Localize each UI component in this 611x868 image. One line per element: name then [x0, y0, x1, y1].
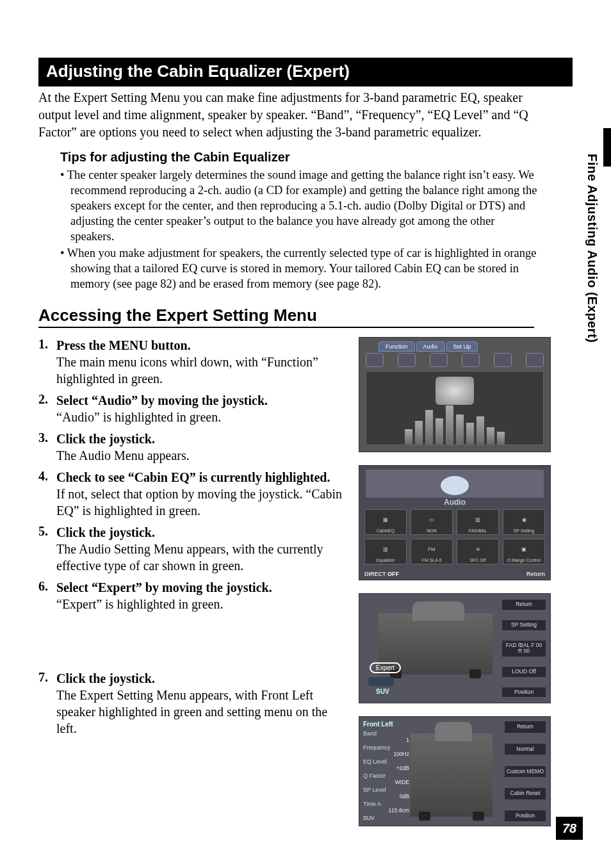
step-number: 7. — [38, 670, 56, 737]
setting-label-qfactor: Q Factor — [363, 773, 409, 779]
panel-position: Position — [504, 810, 546, 822]
step-title: Check to see “Cabin EQ” is currently hig… — [56, 469, 346, 486]
audio-cell-sfc: ≋SFC Off — [457, 539, 499, 564]
step-number: 4. — [38, 469, 56, 519]
setting-label-frequency: Frequency — [363, 744, 409, 751]
step-title: Click the joystick. — [56, 430, 346, 447]
tips-heading: Tips for adjusting the Cabin Equalizer — [60, 150, 541, 165]
step-desc: “Expert” is highlighted in green. — [56, 596, 346, 612]
step: 7. Click the joystick. The Expert Settin… — [38, 670, 346, 737]
audio-cell-cabineq: ▦CabinEQ — [364, 509, 407, 535]
step-number: 1. — [38, 337, 56, 387]
tips-item: The center speaker largely determines th… — [60, 167, 541, 244]
intro-paragraph: At the Expert Setting Menu you can make … — [38, 89, 573, 141]
car-type-label: SUV — [376, 688, 389, 695]
side-tab-marker — [603, 128, 611, 167]
menu-icon — [398, 353, 416, 367]
menu-icon — [526, 353, 544, 367]
expert-button-outline: Expert — [370, 662, 401, 673]
step: 1. Press the MENU button. The main menu … — [38, 337, 346, 387]
section-title-bar: Adjusting the Cabin Equalizer (Expert) — [38, 58, 573, 86]
return-label: Return — [526, 571, 545, 577]
step: 6. Select “Expert” by moving the joystic… — [38, 579, 346, 612]
screenshot-main-menu: Function Audio Set Up — [359, 337, 551, 452]
audio-cell-sla: FMFM SLA 0 — [411, 539, 453, 564]
setting-value: +2dB — [363, 765, 409, 771]
step-title: Press the MENU button. — [56, 337, 346, 354]
setting-value: 0dB — [363, 793, 409, 799]
panel-return: Return — [501, 599, 546, 610]
speaker-label: Front Left — [363, 721, 409, 728]
tips-item: When you make adjustment for speakers, t… — [60, 245, 541, 291]
step-title: Select “Expert” by moving the joystick. — [56, 579, 346, 596]
step-desc: The main menu icons whirl down, with “Fu… — [56, 354, 346, 387]
right-panel: Return SP Setting FAD /BAL F 00 R 00 LOU… — [501, 599, 546, 698]
audio-title: Audio — [444, 498, 466, 507]
step: 5. Click the joystick. The Audio Setting… — [38, 524, 346, 574]
step-number: 6. — [38, 579, 56, 612]
setting-value: 100Hz — [363, 751, 409, 757]
subsection-heading: Accessing the Expert Setting Menu — [38, 306, 534, 328]
setting-label-eqlevel: EQ Level — [363, 758, 409, 765]
setting-label-timea: Time A — [363, 801, 409, 807]
tips-block: Tips for adjusting the Cabin Equalizer T… — [60, 150, 573, 291]
step-desc: The Audio Menu appears. — [56, 447, 346, 464]
right-panel: Return Normal Custom MEMO Cabin Reset Po… — [504, 721, 546, 822]
step-title: Click the joystick. — [56, 670, 346, 687]
step-title: Click the joystick. — [56, 524, 346, 541]
audio-cell-fadbal: ▥FAD/BAL — [457, 509, 499, 535]
car-graphic — [411, 733, 493, 817]
screenshot-audio-menu: Audio ▦CabinEQ ▭NON ▥FAD/BAL ◉SP Setting… — [359, 465, 551, 580]
audio-icon-grid: ▦CabinEQ ▭NON ▥FAD/BAL ◉SP Setting ▥Equa… — [364, 509, 545, 564]
panel-spsetting: SP Setting — [501, 619, 546, 630]
panel-fadbal: FAD /BAL F 00 R 00 — [501, 640, 546, 657]
step: 2. Select “Audio” by moving the joystick… — [38, 392, 346, 425]
audio-cell-spsetting: ◉SP Setting — [503, 509, 545, 535]
panel-position: Position — [501, 687, 546, 698]
step-desc: If not, select that option by moving the… — [56, 486, 346, 519]
menu-tab-setup: Set Up — [446, 341, 478, 352]
panel-custom-memo: Custom MEMO — [504, 766, 546, 778]
setting-label-splevel: SP Level — [363, 787, 409, 793]
menu-icon — [430, 353, 448, 367]
side-tab-label: Fine Adjusting Audio (Expert) — [585, 154, 599, 343]
step: 4. Check to see “Cabin EQ” is currently … — [38, 469, 346, 519]
step-title: Select “Audio” by moving the joystick. — [56, 392, 346, 409]
audio-cell-non: ▭NON — [411, 509, 453, 535]
left-settings-panel: Front Left Band 1 Frequency 100Hz EQ Lev… — [363, 721, 409, 822]
step-desc: “Audio” is highlighted in green. — [56, 409, 346, 425]
step-number: 5. — [38, 524, 56, 574]
direct-label: DIRECT OFF — [364, 571, 399, 577]
menu-icon — [366, 353, 384, 367]
screenshot-expert-setting: Front Left Band 1 Frequency 100Hz EQ Lev… — [359, 716, 551, 826]
manual-page: Fine Adjusting Audio (Expert) Adjusting … — [0, 0, 611, 868]
step-number: 2. — [38, 392, 56, 425]
step: 3. Click the joystick. The Audio Menu ap… — [38, 430, 346, 464]
step-desc: The Expert Setting Menu appears, with Fr… — [56, 687, 346, 737]
menu-icon — [494, 353, 512, 367]
two-column-layout: 1. Press the MENU button. The main menu … — [38, 337, 573, 826]
audio-graphic — [441, 476, 469, 495]
step-desc: The Audio Setting Menu appears, with the… — [56, 541, 346, 574]
audio-header-area — [366, 470, 544, 498]
panel-loud: LOUD Off — [501, 666, 546, 677]
step-number: 3. — [38, 430, 56, 464]
audio-cell-drange: ▣D.Range Control — [503, 539, 545, 564]
panel-return: Return — [504, 721, 546, 733]
screenshot-cabin-eq: Expert SUV Return SP Setting FAD /BAL F … — [359, 593, 551, 703]
page-number: 78 — [556, 817, 583, 840]
car-type-icon — [368, 677, 394, 686]
menu-icon — [462, 353, 480, 367]
setting-label-band: Band — [363, 730, 409, 737]
panel-normal: Normal — [504, 743, 546, 755]
setting-value: 1 — [363, 737, 409, 743]
setting-value: WIDE — [363, 779, 409, 785]
menu-tab-audio: Audio — [416, 341, 445, 352]
setting-value: 115.6cm — [363, 807, 409, 814]
audio-cell-equalizer: ▥Equalizer — [364, 539, 407, 564]
panel-cabin-reset: Cabin Reset — [504, 787, 546, 799]
steps-column: 1. Press the MENU button. The main menu … — [38, 337, 346, 826]
visualizer-area — [366, 371, 544, 445]
menu-tab-function: Function — [379, 341, 415, 352]
screenshots-column: Function Audio Set Up — [359, 337, 557, 826]
